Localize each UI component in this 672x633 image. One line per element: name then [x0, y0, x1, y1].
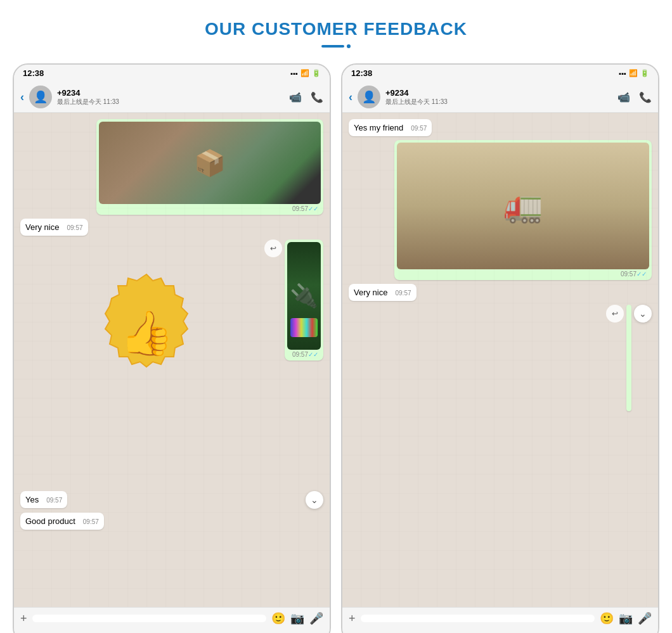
status-bar-right: 12:38 ▪▪▪ 📶 🔋: [342, 65, 658, 82]
title-decoration: [321, 44, 351, 48]
signal-icon: ▪▪▪: [290, 70, 298, 77]
msg-good-product: Good product 09:57: [20, 513, 104, 530]
msg-time-good-product: 09:57: [83, 518, 99, 525]
plus-icon-left[interactable]: +: [20, 612, 27, 625]
img-check-fiber: ✓✓: [308, 351, 318, 358]
msg-text-good-product: Good product: [25, 516, 75, 526]
chat-area-right: Yes my friend 09:57 09:57 ✓✓ Very nice 0…: [342, 113, 658, 607]
img-check-1: ✓✓: [308, 205, 318, 212]
phone-left: 12:38 ▪▪▪ 📶 🔋 ‹ 👤 +9234 最后上线是今天 11:33 📹 …: [13, 63, 331, 633]
contact-status-right: 最后上线是今天 11:33: [385, 98, 612, 106]
img-time-fiber: 09:57: [292, 351, 308, 358]
page-title: OUR CUSTOMER FEEDBACK: [205, 19, 467, 39]
forward-btn-right[interactable]: ↩: [606, 305, 624, 323]
status-icons-left: ▪▪▪ 📶 🔋: [290, 69, 321, 77]
time-right: 12:38: [351, 68, 372, 78]
msg-text-very-nice: Very nice: [25, 222, 59, 232]
wifi-icon-right: 📶: [629, 69, 638, 77]
bottom-bar-left[interactable]: + 🙂 📷 🎤: [14, 607, 330, 629]
back-button-left[interactable]: ‹: [20, 91, 24, 104]
phone-call-icon-right[interactable]: 📞: [639, 91, 652, 103]
video-call-icon-right[interactable]: 📹: [617, 91, 630, 103]
msg-time-very-nice-right: 09:57: [395, 290, 411, 297]
home-bar-right: [342, 629, 658, 633]
msg-text-very-nice-right: Very nice: [354, 288, 387, 297]
header-icons-right[interactable]: 📹 📞: [617, 91, 652, 103]
contact-info-right: +9234 最后上线是今天 11:33: [385, 88, 612, 106]
msg-yes: Yes 09:57: [20, 491, 67, 508]
camera-icon-right[interactable]: 📷: [619, 611, 633, 625]
image-warehouse-left: 09:57 ✓✓: [96, 119, 324, 215]
msg-time-very-nice: 09:57: [67, 224, 82, 231]
contact-status-left: 最后上线是今天 11:33: [57, 98, 284, 106]
message-input-right[interactable]: [361, 615, 595, 622]
emoji-icon-right[interactable]: 🙂: [600, 611, 614, 625]
msg-very-nice-right: Very nice 09:57: [349, 284, 417, 301]
status-bar-left: 12:38 ▪▪▪ 📶 🔋: [14, 65, 330, 82]
image-fiber-left: 09:57 ✓✓: [285, 240, 323, 361]
msg-very-nice: Very nice 09:57: [20, 219, 88, 236]
status-icons-right: ▪▪▪ 📶 🔋: [619, 69, 649, 77]
signal-icon-right: ▪▪▪: [619, 70, 626, 77]
msg-time-yes: 09:57: [46, 497, 62, 504]
bottom-bar-right[interactable]: + 🙂 📷 🎤: [342, 607, 658, 629]
contact-name-right: +9234: [385, 88, 612, 98]
phones-container: 12:38 ▪▪▪ 📶 🔋 ‹ 👤 +9234 最后上线是今天 11:33 📹 …: [13, 63, 659, 633]
msg-yes-my-friend: Yes my friend 09:57: [349, 119, 432, 136]
header-icons-left[interactable]: 📹 📞: [289, 91, 323, 103]
image-truck-right: 09:57 ✓✓: [394, 140, 652, 280]
contact-info-left: +9234 最后上线是今天 11:33: [57, 88, 284, 106]
message-input-left[interactable]: [32, 615, 266, 622]
scroll-down-btn-left[interactable]: ⌄: [306, 491, 323, 509]
msg-text-yes-my-friend: Yes my friend: [354, 123, 403, 132]
battery-icon: 🔋: [312, 69, 321, 77]
phone-call-icon-left[interactable]: 📞: [311, 91, 323, 103]
scroll-down-btn-right[interactable]: ⌄: [634, 305, 652, 323]
img-time-1: 09:57: [292, 205, 308, 212]
mic-icon-right[interactable]: 🎤: [638, 611, 652, 625]
chat-header-left: ‹ 👤 +9234 最后上线是今天 11:33 📹 📞: [14, 82, 330, 113]
img-check-truck: ✓✓: [636, 271, 647, 278]
thumbs-up-badge: 👍: [99, 273, 194, 368]
phone-right: 12:38 ▪▪▪ 📶 🔋 ‹ 👤 +9234 最后上线是今天 11:33 📹 …: [341, 63, 659, 633]
svg-text:👍: 👍: [120, 307, 174, 359]
back-button-right[interactable]: ‹: [349, 91, 352, 104]
avatar-left: 👤: [29, 86, 52, 108]
forward-btn-left[interactable]: ↩: [264, 240, 282, 257]
mic-icon-left[interactable]: 🎤: [309, 611, 323, 625]
contact-name-left: +9234: [57, 88, 284, 98]
plus-icon-right[interactable]: +: [349, 612, 356, 625]
emoji-icon-left[interactable]: 🙂: [271, 611, 285, 625]
chat-area-left: 09:57 ✓✓ Very nice 09:57 ↩ 09:57 ✓: [14, 113, 330, 607]
video-call-icon-left[interactable]: 📹: [289, 91, 302, 103]
msg-time-yes-my-friend: 09:57: [411, 125, 427, 132]
wifi-icon: 📶: [300, 69, 309, 77]
img-time-truck: 09:57: [621, 271, 636, 278]
time-left: 12:38: [23, 68, 44, 78]
avatar-right: 👤: [358, 86, 380, 108]
camera-icon-left[interactable]: 📷: [290, 611, 304, 625]
msg-text-yes: Yes: [25, 495, 39, 504]
image-fiber2-right: [626, 305, 631, 411]
battery-icon-right: 🔋: [640, 69, 649, 77]
home-bar-left: [14, 629, 330, 633]
chat-header-right: ‹ 👤 +9234 最后上线是今天 11:33 📹 📞: [342, 82, 658, 113]
